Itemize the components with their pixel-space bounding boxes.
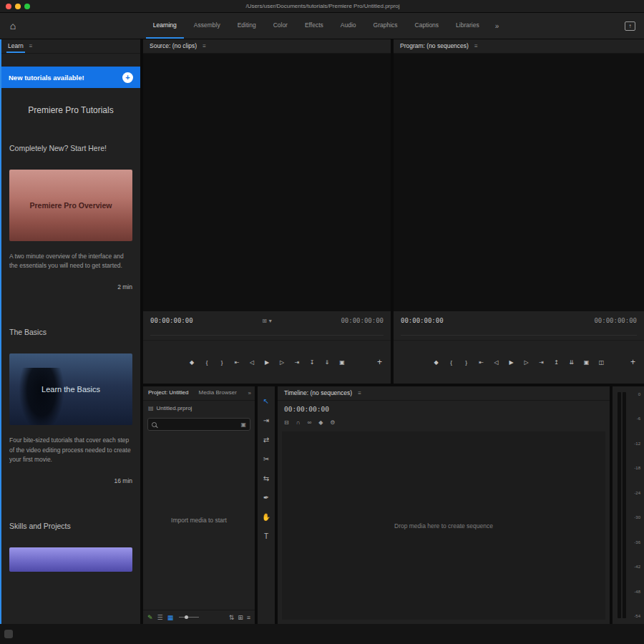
thumbnail-zoom-slider[interactable] [179, 617, 199, 618]
program-scrubber[interactable] [401, 330, 637, 336]
timeline-settings-icon[interactable]: ⚙ [330, 419, 335, 426]
timeline-timecode[interactable]: 00:00:00:00 [278, 401, 610, 416]
tutorial-card-title: Learn the Basics [42, 385, 100, 394]
linked-selection-icon[interactable]: ∞ [307, 419, 311, 426]
go-to-in-icon[interactable]: ⇤ [233, 359, 241, 366]
workspace-tab[interactable]: Audio [333, 13, 364, 39]
mark-out-icon[interactable]: } [218, 359, 226, 366]
source-current-timecode[interactable]: 00:00:00:00 [150, 317, 193, 324]
workspace-tab[interactable]: Color [266, 13, 295, 39]
timeline-tab[interactable]: Timeline: (no sequences) [283, 386, 353, 400]
tab-overflow-icon[interactable]: » [248, 390, 251, 396]
ripple-edit-tool[interactable]: ⇄ [263, 435, 269, 444]
extract-icon[interactable]: ⇊ [567, 359, 576, 366]
timeline-drop-zone[interactable]: Drop media here to create sequence [282, 431, 605, 620]
tutorial-card-skills[interactable] [9, 547, 132, 572]
razor-tool[interactable]: ✂ [263, 454, 269, 463]
dropdown-caret-icon[interactable]: ▾ [269, 318, 272, 324]
search-bin-icon[interactable]: ▣ [240, 421, 246, 428]
tutorial-card-basics[interactable]: Learn the Basics [9, 353, 132, 425]
source-timecode-row: 00:00:00:00 ⊞ ▾ 00:00:00:00 [143, 311, 391, 330]
icon-view-icon[interactable]: ▦ [167, 614, 174, 621]
plus-circle-icon[interactable]: + [122, 72, 133, 83]
go-to-out-icon[interactable]: ⇥ [293, 359, 301, 366]
mark-in-icon[interactable]: { [203, 359, 211, 366]
program-duration-timecode: 00:00:00:00 [594, 317, 637, 324]
slip-tool[interactable]: ⇆ [263, 474, 269, 482]
hand-tool[interactable]: ✋ [262, 512, 270, 521]
type-tool[interactable]: T [264, 532, 268, 540]
button-editor-icon[interactable]: + [630, 357, 635, 367]
program-tab[interactable]: Program: (no sequences) [399, 39, 470, 53]
panel-menu-icon[interactable]: ≡ [29, 43, 33, 49]
timeline-empty-text: Drop media here to create sequence [394, 522, 493, 530]
new-bin-icon[interactable]: ⊞ [238, 614, 243, 621]
workspace-tab[interactable]: Learning [146, 13, 184, 39]
project-panel-tab[interactable]: Media Browser [197, 386, 238, 400]
export-frame-icon[interactable]: ▣ [582, 359, 591, 366]
add-marker-icon[interactable]: ◆ [318, 419, 323, 426]
section-heading: Completely New? Start Here! [9, 144, 132, 152]
learn-tab[interactable]: Learn [6, 39, 25, 53]
nest-toggle-icon[interactable]: ⊟ [284, 419, 289, 426]
play-icon[interactable]: ▶ [507, 359, 516, 366]
snap-icon[interactable]: ∩ [296, 419, 301, 426]
home-button[interactable]: ⌂ [0, 13, 26, 39]
workspace-tab[interactable]: Editing [230, 13, 263, 39]
workspace-tab[interactable]: Assembly [187, 13, 228, 39]
step-forward-icon[interactable]: ▷ [278, 359, 286, 366]
new-tutorials-banner[interactable]: New tutorials available! + [1, 67, 140, 88]
share-export-button[interactable]: ↑ [625, 21, 635, 31]
source-scrubber[interactable] [150, 330, 384, 336]
program-viewer [394, 54, 644, 311]
project-toolbar: ✎ ☰ ▦ ⇅ ⊞ ≡ [143, 610, 255, 624]
project-empty-area[interactable]: Import media to start [143, 431, 255, 610]
project-writable-icon[interactable]: ✎ [147, 614, 153, 621]
project-file-row[interactable]: ▤ Untitled.prproj [143, 401, 255, 415]
lift-icon[interactable]: ↥ [552, 359, 561, 366]
step-back-icon[interactable]: ◁ [492, 359, 501, 366]
export-frame-icon[interactable]: ▣ [338, 359, 346, 366]
tutorial-duration: 2 min [9, 283, 132, 291]
list-view-icon[interactable]: ☰ [157, 614, 163, 621]
button-editor-icon[interactable]: + [377, 357, 382, 367]
close-button[interactable] [6, 4, 11, 9]
play-icon[interactable]: ▶ [263, 359, 271, 366]
panel-menu-icon[interactable]: ≡ [474, 43, 478, 49]
mark-in-icon[interactable]: { [447, 359, 456, 366]
panel-menu-icon[interactable]: ≡ [203, 43, 206, 49]
step-back-icon[interactable]: ◁ [248, 359, 256, 366]
mark-out-icon[interactable]: } [462, 359, 471, 366]
source-tab[interactable]: Source: (no clips) [148, 39, 198, 53]
add-marker-icon[interactable]: ◆ [432, 359, 441, 366]
add-marker-icon[interactable]: ◆ [187, 359, 196, 366]
project-panel-tab[interactable]: Project: Untitled [147, 386, 190, 400]
learn-panel-header: Learn ≡ [1, 39, 140, 54]
workspace-tab[interactable]: Effects [298, 13, 331, 39]
overwrite-icon[interactable]: ⇓ [323, 359, 331, 366]
meter-scale-label: -18 [629, 466, 640, 470]
step-forward-icon[interactable]: ▷ [522, 359, 531, 366]
selection-tool[interactable]: ↖ [263, 396, 269, 405]
pen-tool[interactable]: ✒ [263, 493, 269, 502]
workspace-tab[interactable]: Graphics [366, 13, 405, 39]
panel-menu-icon[interactable]: ≡ [358, 390, 361, 396]
search-input[interactable] [160, 421, 238, 428]
tutorial-card-title: Premiere Pro Overview [30, 201, 112, 210]
workspace-tab[interactable]: Libraries [449, 13, 487, 39]
insert-icon[interactable]: ↧ [308, 359, 316, 366]
go-to-in-icon[interactable]: ⇤ [477, 359, 486, 366]
workspace-overflow-icon[interactable]: » [489, 22, 505, 30]
zoom-button[interactable] [24, 4, 30, 9]
tutorial-card-overview[interactable]: Premiere Pro Overview [9, 170, 132, 241]
go-to-out-icon[interactable]: ⇥ [537, 359, 546, 366]
panel-options-icon[interactable]: ≡ [247, 614, 250, 621]
track-select-tool[interactable]: ⇥ [263, 416, 269, 424]
workspace-tab[interactable]: Captions [408, 13, 447, 39]
program-current-timecode[interactable]: 00:00:00:00 [401, 317, 444, 324]
comparison-view-icon[interactable]: ◫ [597, 359, 606, 366]
minimize-button[interactable] [15, 4, 21, 9]
project-panel: Project: Untitled Media Browser » ▤ Unti… [143, 386, 255, 624]
playback-settings-icon[interactable]: ⊞ [262, 318, 267, 324]
sort-icon[interactable]: ⇅ [229, 614, 235, 621]
